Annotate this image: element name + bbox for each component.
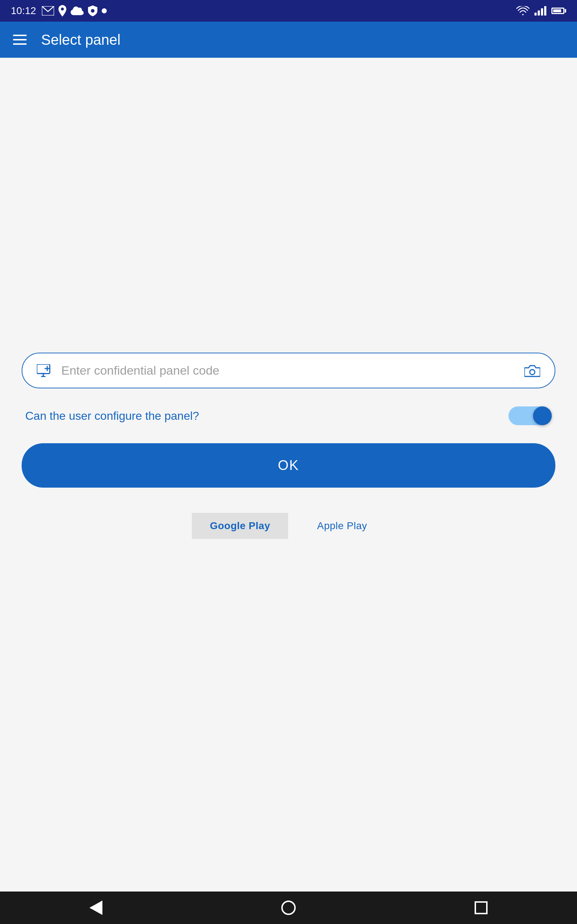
apple-play-button[interactable]: Apple Play bbox=[299, 513, 385, 539]
status-time: 10:12 bbox=[11, 5, 36, 16]
panel-code-input-wrapper bbox=[22, 353, 555, 388]
svg-point-3 bbox=[102, 8, 107, 13]
battery-icon bbox=[551, 8, 566, 14]
form-area: Can the user configure the panel? OK Goo… bbox=[22, 353, 555, 539]
menu-button[interactable] bbox=[13, 35, 27, 45]
ok-button[interactable]: OK bbox=[22, 443, 555, 488]
status-bar-right bbox=[516, 6, 566, 16]
google-play-button[interactable]: Google Play bbox=[192, 513, 288, 539]
configure-label: Can the user configure the panel? bbox=[25, 409, 199, 423]
status-icons bbox=[42, 5, 107, 16]
svg-point-11 bbox=[530, 370, 535, 375]
bottom-nav bbox=[0, 892, 577, 924]
main-content: Can the user configure the panel? OK Goo… bbox=[0, 58, 577, 892]
recent-button[interactable] bbox=[475, 901, 488, 914]
signal-bars bbox=[534, 6, 546, 16]
status-bar: 10:12 bbox=[0, 0, 577, 22]
panel-input-icon bbox=[37, 364, 53, 377]
wifi-icon bbox=[516, 6, 529, 16]
mail-icon bbox=[42, 6, 54, 16]
configure-panel-row: Can the user configure the panel? bbox=[22, 406, 555, 425]
camera-icon[interactable] bbox=[524, 364, 540, 377]
panel-code-input[interactable] bbox=[61, 363, 516, 378]
configure-toggle[interactable] bbox=[508, 406, 552, 425]
home-button[interactable] bbox=[281, 901, 296, 915]
cloud-icon bbox=[71, 6, 84, 15]
toggle-knob bbox=[533, 406, 552, 425]
svg-point-1 bbox=[61, 8, 64, 10]
svg-point-2 bbox=[91, 9, 95, 13]
store-buttons-area: Google Play Apple Play bbox=[22, 513, 555, 539]
notification-dot bbox=[102, 8, 107, 13]
page-title: Select panel bbox=[41, 32, 121, 48]
app-bar: Select panel bbox=[0, 22, 577, 58]
status-bar-left: 10:12 bbox=[11, 5, 107, 16]
location-icon bbox=[58, 5, 66, 16]
back-button[interactable] bbox=[89, 901, 102, 915]
vpn-icon bbox=[88, 5, 97, 16]
